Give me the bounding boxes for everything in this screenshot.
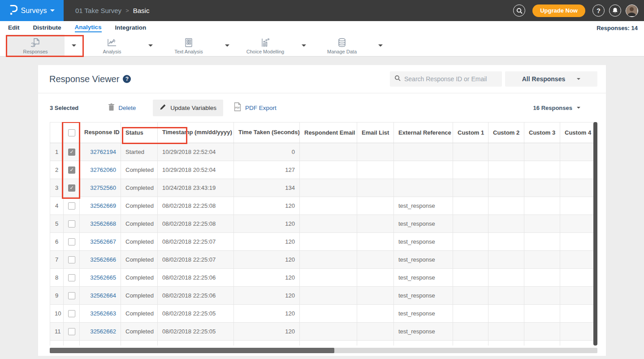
row-checkbox[interactable] xyxy=(68,220,75,228)
search-input[interactable] xyxy=(404,75,497,83)
row-checkbox[interactable] xyxy=(68,310,75,317)
row-number-cell: 8 xyxy=(50,269,64,287)
analysis-dropdown-caret[interactable] xyxy=(141,35,160,56)
column-header[interactable]: Response ID xyxy=(80,123,121,143)
tab-integration[interactable]: Integration xyxy=(115,24,147,32)
toolbar-group-choice-modelling: Choice Modelling xyxy=(236,35,313,56)
responses-button[interactable]: Responses xyxy=(6,35,65,56)
update-variables-button[interactable]: Update Variables xyxy=(153,100,223,116)
external-reference-cell xyxy=(394,161,453,179)
custom3-cell xyxy=(524,179,560,197)
select-all-header[interactable] xyxy=(64,123,80,143)
respondent-email-cell xyxy=(300,233,357,251)
response-id-link[interactable]: 32562665 xyxy=(90,274,116,281)
custom2-cell xyxy=(488,233,524,251)
breadcrumb-separator: > xyxy=(125,7,129,14)
custom1-cell xyxy=(453,323,488,341)
response-id-link[interactable]: 32562669 xyxy=(90,202,116,209)
text-analysis-dropdown-caret[interactable] xyxy=(218,35,236,56)
row-checkbox[interactable] xyxy=(68,274,75,281)
survey-nav: Edit Distribute Analytics Integration Re… xyxy=(0,21,644,35)
chevron-down-icon xyxy=(50,9,55,12)
response-id-link[interactable]: 32562663 xyxy=(90,310,116,317)
response-id-link[interactable]: 32562666 xyxy=(90,256,116,263)
external-reference-cell: test_response xyxy=(394,215,453,233)
custom2-cell xyxy=(488,179,524,197)
analysis-button[interactable]: Analysis xyxy=(83,35,141,56)
text-analysis-button[interactable]: Text Analysis xyxy=(160,35,218,56)
card-header: Response Viewer ? All Responses xyxy=(38,65,606,93)
vertical-scrollbar[interactable] xyxy=(593,122,597,346)
external-reference-cell xyxy=(394,179,453,197)
bell-icon[interactable] xyxy=(609,4,621,17)
choice-modelling-dropdown-caret[interactable] xyxy=(294,35,313,56)
toolbar-group-responses: Responses xyxy=(6,35,83,56)
tab-analytics[interactable]: Analytics xyxy=(75,24,102,32)
surveys-menu[interactable]: Surveys xyxy=(0,0,64,21)
row-checkbox[interactable]: ✓ xyxy=(68,149,75,156)
filter-value: All Responses xyxy=(522,75,565,83)
response-id-link[interactable]: 32762194 xyxy=(90,149,116,155)
avatar[interactable] xyxy=(626,4,638,17)
responses-dropdown-caret[interactable] xyxy=(65,35,83,56)
help-icon[interactable]: ? xyxy=(592,4,605,17)
response-id-cell: 32562662 xyxy=(80,323,121,341)
search-icon[interactable] xyxy=(513,4,525,17)
custom2-cell xyxy=(488,341,524,346)
upgrade-now-button[interactable]: Upgrade Now xyxy=(532,4,585,17)
response-id-link[interactable]: 32562667 xyxy=(90,238,116,245)
custom3-cell xyxy=(524,305,560,323)
horizontal-scrollbar-track[interactable] xyxy=(50,348,597,353)
custom2-cell xyxy=(488,269,524,287)
manage-data-button[interactable]: Manage Data xyxy=(313,35,371,56)
response-id-link[interactable]: 32752560 xyxy=(90,184,116,191)
manage-data-dropdown-caret[interactable] xyxy=(371,35,389,56)
custom1-cell xyxy=(453,161,488,179)
response-id-link[interactable]: 32562668 xyxy=(90,220,116,227)
choice-modelling-button[interactable]: Choice Modelling xyxy=(236,35,294,56)
row-checkbox[interactable] xyxy=(68,238,75,245)
checkbox-cell xyxy=(64,215,80,233)
row-number-cell: 6 xyxy=(50,233,64,251)
response-id-link[interactable]: 32762060 xyxy=(90,166,116,173)
time-taken-cell: 120 xyxy=(234,251,300,269)
responses-count-dropdown[interactable]: 16 Responses xyxy=(533,105,580,111)
email-list-cell xyxy=(357,233,394,251)
responses-icon xyxy=(30,38,41,48)
tab-distribute[interactable]: Distribute xyxy=(33,24,61,32)
pdf-export-button[interactable]: PDF PDF Export xyxy=(233,102,277,113)
column-header[interactable]: Time Taken (Seconds) xyxy=(234,123,300,143)
column-header: Custom 2 xyxy=(488,123,524,143)
timestamp-cell: 10/29/2018 20:52:04 xyxy=(158,161,234,179)
breadcrumb-survey-name[interactable]: 01 Take Survey xyxy=(75,7,121,14)
table-row: 532562668Completed08/02/2018 22:25:08120… xyxy=(50,215,598,233)
status-cell: Started xyxy=(121,143,158,161)
response-id-link[interactable]: 32562664 xyxy=(90,292,116,299)
row-checkbox[interactable] xyxy=(68,292,75,299)
delete-button[interactable]: Delete xyxy=(108,103,136,113)
custom2-cell xyxy=(488,215,524,233)
external-reference-cell: test_response xyxy=(394,341,453,346)
response-id-link[interactable]: 32562662 xyxy=(90,328,116,335)
time-taken-cell: 120 xyxy=(234,215,300,233)
row-checkbox[interactable] xyxy=(68,328,75,335)
tab-edit[interactable]: Edit xyxy=(8,24,20,32)
row-checkbox[interactable]: ✓ xyxy=(68,166,75,174)
horizontal-scrollbar-thumb[interactable] xyxy=(50,348,334,353)
timestamp-cell: 10/24/2018 23:43:19 xyxy=(158,179,234,197)
custom2-cell xyxy=(488,251,524,269)
title-help-icon[interactable]: ? xyxy=(123,75,131,83)
analysis-label: Analysis xyxy=(103,49,121,54)
table-row: 3✓32752560Completed10/24/2018 23:43:1913… xyxy=(50,179,598,197)
custom1-cell xyxy=(453,269,488,287)
column-header[interactable]: Timestamp (mm/dd/yyyy) xyxy=(158,123,234,143)
row-checkbox[interactable] xyxy=(68,202,75,210)
custom4-cell xyxy=(560,269,598,287)
custom1-cell xyxy=(453,287,488,305)
row-checkbox[interactable]: ✓ xyxy=(68,184,75,192)
selected-count: 3 Selected xyxy=(50,105,78,111)
response-filter-dropdown[interactable]: All Responses xyxy=(505,71,597,87)
table-row: 2✓32762060Completed10/29/2018 20:52:0412… xyxy=(50,161,598,179)
select-all-checkbox[interactable] xyxy=(68,129,75,136)
row-checkbox[interactable] xyxy=(68,256,75,263)
